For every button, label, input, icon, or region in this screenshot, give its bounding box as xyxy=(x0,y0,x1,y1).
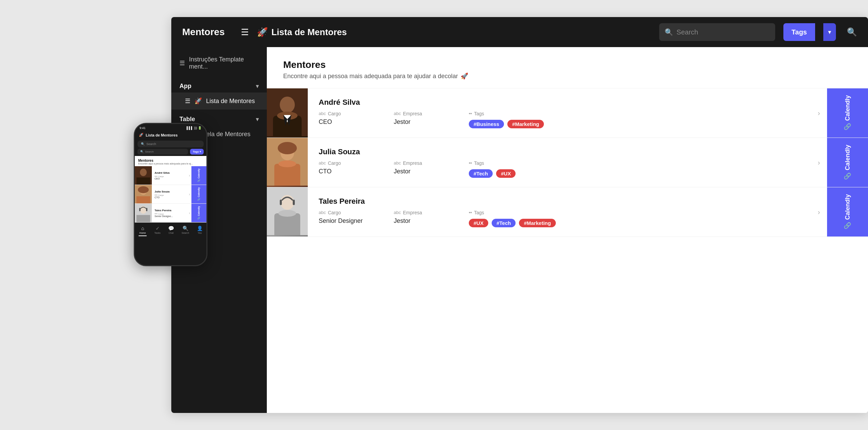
chevron-right-tales[interactable]: › xyxy=(811,187,827,236)
cargo-value-julia: CTO xyxy=(319,168,373,175)
calendly-link-icon-julia: 🔗 xyxy=(844,173,851,180)
mobile-calendly-andre[interactable]: 🔗 Calendly xyxy=(191,166,206,185)
calendly-btn-tales[interactable]: 🔗 Calendly xyxy=(827,187,868,236)
cargo-icon: abc xyxy=(319,111,326,116)
mobile-chevron-andre: › xyxy=(188,174,191,177)
svg-rect-16 xyxy=(280,200,282,205)
mentor-field-tags-tales: ▪▪ Tags #UX #Tech #Marketing xyxy=(469,210,556,227)
mobile-mentor-row-andre[interactable]: André Silva ⟷ Cargo CEO › 🔗 Calendly xyxy=(135,166,206,185)
mentor-info-julia: Julia Souza abc Cargo CTO xyxy=(308,138,811,187)
mobile-nav-tasks[interactable]: ✓ Tasks xyxy=(155,226,161,236)
sidebar-item-template[interactable]: ☰ Instruções Template ment... xyxy=(171,50,267,76)
empresa-value-julia: Jestor xyxy=(394,168,448,175)
mentor-row-andre[interactable]: André Silva abc Cargo CEO xyxy=(267,88,868,138)
mobile-tags-btn[interactable]: Tags ▾ xyxy=(190,149,204,155)
section-table-label: Table xyxy=(179,116,195,123)
tasks-label: Tasks xyxy=(155,232,161,234)
subtitle-rocket: 🚀 xyxy=(461,72,468,80)
mobile-status-bar: 9:41 ▌▌▌ ))) 🔋 xyxy=(135,124,206,131)
mobile-mentor-row-tales[interactable]: Tales Pereira ⟷ Cargo Senior Designe... … xyxy=(135,204,206,223)
mobile-nav-home[interactable]: ⌂ Home xyxy=(139,226,147,236)
tags-label: Tags xyxy=(474,111,484,116)
svg-point-1 xyxy=(280,97,295,113)
mobile-calendly-julia[interactable]: 🔗 Calendly xyxy=(191,185,206,203)
mentor-name-andre: André Silva xyxy=(319,98,800,107)
hamburger-icon[interactable]: ☰ xyxy=(241,27,249,38)
empresa-value-tales: Jestor xyxy=(394,217,448,225)
mentor-photo-andre xyxy=(267,88,308,138)
mobile-calendly-tales[interactable]: 🔗 Calendly xyxy=(191,204,206,222)
calendly-label: Calendly xyxy=(844,95,851,121)
mobile-photo-julia xyxy=(135,185,152,203)
mobile-signal: ▌▌▌ ))) 🔋 xyxy=(187,126,202,130)
mobile-mentor-row-julia[interactable]: Julia Souza ⟷ Cargo CTO › 🔗 Calendly xyxy=(135,185,206,204)
calendly-link-icon: 🔗 xyxy=(844,123,851,131)
chevron-icon-table: ▾ xyxy=(256,116,259,123)
tag-business: #Business xyxy=(469,120,504,128)
chevron-right-julia[interactable]: › xyxy=(811,138,827,187)
mentor-name-tales: Tales Pereira xyxy=(319,197,800,206)
page-title-area: 🚀 Lista de Mentores xyxy=(257,27,651,38)
mobile-page-subtitle: Encontre aqui a pessoa mais adequada par… xyxy=(138,162,203,165)
mobile-filter-input[interactable]: 🔍 Search xyxy=(138,149,188,155)
list-icon: ☰ xyxy=(185,97,190,105)
tags-dropdown-btn[interactable]: ▾ xyxy=(823,23,836,41)
sidebar-section-app[interactable]: App ▾ xyxy=(171,76,267,92)
calendly-btn-julia[interactable]: 🔗 Calendly xyxy=(827,138,868,187)
empresa-icon: abc xyxy=(394,111,401,116)
chat-icon: 💬 xyxy=(168,226,174,231)
svg-rect-27 xyxy=(136,215,150,222)
chevron-right-andre[interactable]: › xyxy=(811,88,827,138)
tag-marketing-tales: #Marketing xyxy=(519,219,555,227)
mobile-tags-label: Tags xyxy=(193,150,199,153)
search-icon-right[interactable]: 🔍 xyxy=(847,27,857,37)
mentor-row-julia[interactable]: Julia Souza abc Cargo CTO xyxy=(267,138,868,187)
content-title: Mentores xyxy=(283,59,852,70)
mentor-photo-svg-tales xyxy=(267,187,308,235)
filter-placeholder: Search xyxy=(145,150,154,153)
mobile-photo-andre xyxy=(135,166,152,185)
svg-point-15 xyxy=(278,210,296,217)
mentor-field-cargo-julia: abc Cargo CTO xyxy=(319,160,373,178)
sidebar-item-label-template: Instruções Template ment... xyxy=(189,56,259,70)
mobile-mentor-list: André Silva ⟷ Cargo CEO › 🔗 Calendly xyxy=(135,166,206,223)
mobile-rocket: 🚀 xyxy=(139,133,144,137)
calendly-btn-andre[interactable]: 🔗 Calendly xyxy=(827,88,868,138)
mentor-field-empresa-tales: abc Empresa Jestor xyxy=(394,210,448,227)
mobile-search-bar[interactable]: 🔍 Search xyxy=(138,141,204,147)
cargo-label: Cargo xyxy=(328,111,341,116)
svg-rect-20 xyxy=(136,177,150,185)
page-title: Lista de Mentores xyxy=(271,27,347,38)
mentor-fields-andre: abc Cargo CEO abc Empresa Jestor xyxy=(319,111,800,128)
mobile-chevron-julia: › xyxy=(188,192,191,196)
tag-tech-tales: #Tech xyxy=(492,219,516,227)
mentor-field-cargo-andre: abc Cargo CEO xyxy=(319,111,373,128)
search-nav-icon: 🔍 xyxy=(183,226,188,231)
mobile-info-tales: Tales Pereira ⟷ Cargo Senior Designe... xyxy=(152,207,188,219)
mentor-photo-svg-julia xyxy=(267,138,308,186)
you-icon: 👤 xyxy=(197,226,203,231)
tag-ux-tales: #UX xyxy=(469,219,488,227)
mobile-nav-search[interactable]: 🔍 Search xyxy=(182,226,189,236)
svg-point-19 xyxy=(140,169,147,176)
filter-search-icon: 🔍 xyxy=(140,150,144,153)
tag-tech-julia: #Tech xyxy=(469,169,493,178)
mobile-filter-bar: 🔍 Search Tags ▾ xyxy=(138,149,204,155)
tags-button[interactable]: Tags xyxy=(783,23,815,41)
content-page-header: Mentores Encontre aqui a pessoa mais ade… xyxy=(267,47,868,88)
tags-icon: ▪▪ xyxy=(469,111,472,116)
mobile-chevron-tales: › xyxy=(188,211,191,215)
empresa-value-andre: Jestor xyxy=(394,118,448,126)
mobile-photo-tales xyxy=(135,204,152,222)
tasks-icon: ✓ xyxy=(156,226,160,231)
mentor-photo-svg-andre xyxy=(267,88,308,136)
mobile-nav-chat[interactable]: 💬 Chat xyxy=(168,226,174,236)
sidebar-label-lista: Lista de Mentores xyxy=(206,98,255,105)
search-input[interactable] xyxy=(677,28,770,36)
sidebar-item-lista-mentores[interactable]: ☰ 🚀 Lista de Mentores xyxy=(171,92,267,110)
mobile-search-placeholder: Search xyxy=(146,142,156,146)
mentor-info-andre: André Silva abc Cargo CEO xyxy=(308,88,811,138)
cargo-value-andre: CEO xyxy=(319,118,373,126)
mobile-nav-you[interactable]: 👤 You xyxy=(197,226,203,236)
mentor-row-tales[interactable]: Tales Pereira abc Cargo Senior Designer xyxy=(267,187,868,237)
